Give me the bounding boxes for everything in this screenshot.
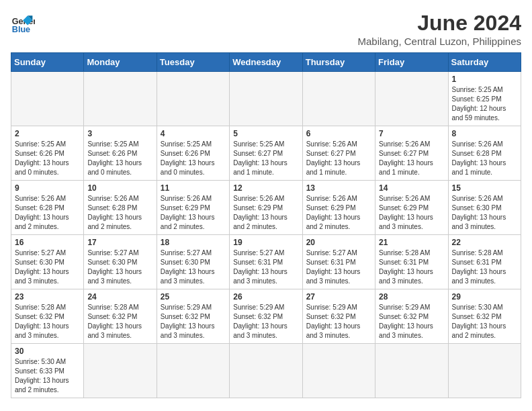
day-info: Sunrise: 5:27 AM Sunset: 6:30 PM Dayligh… (87, 248, 152, 286)
header-friday: Friday (375, 53, 448, 72)
day-info: Sunrise: 5:25 AM Sunset: 6:26 PM Dayligh… (15, 140, 80, 177)
calendar-cell: 29Sunrise: 5:30 AM Sunset: 6:32 PM Dayli… (448, 289, 521, 344)
calendar-cell (230, 344, 302, 398)
calendar-week-row: 2Sunrise: 5:25 AM Sunset: 6:26 PM Daylig… (11, 126, 521, 181)
day-number: 16 (15, 238, 80, 247)
day-number: 17 (87, 238, 152, 247)
header-wednesday: Wednesday (230, 53, 302, 72)
calendar-cell: 2Sunrise: 5:25 AM Sunset: 6:26 PM Daylig… (11, 126, 84, 181)
calendar-cell (84, 72, 157, 126)
day-number: 18 (161, 238, 226, 247)
day-number: 2 (15, 129, 80, 138)
day-number: 4 (161, 129, 226, 138)
day-number: 29 (452, 292, 517, 302)
day-number: 3 (87, 129, 152, 138)
calendar-cell: 8Sunrise: 5:26 AM Sunset: 6:28 PM Daylig… (448, 126, 521, 181)
day-number: 27 (306, 292, 371, 302)
calendar-cell: 3Sunrise: 5:25 AM Sunset: 6:26 PM Daylig… (84, 126, 157, 181)
calendar-week-row: 23Sunrise: 5:28 AM Sunset: 6:32 PM Dayli… (11, 289, 521, 344)
day-number: 7 (379, 129, 444, 138)
day-info: Sunrise: 5:29 AM Sunset: 6:32 PM Dayligh… (161, 303, 226, 340)
page-header: General Blue June 2024 Mabilang, Central… (11, 11, 521, 47)
header-tuesday: Tuesday (157, 53, 229, 72)
day-number: 30 (15, 347, 80, 356)
calendar-week-row: 30Sunrise: 5:30 AM Sunset: 6:33 PM Dayli… (11, 344, 521, 398)
calendar-cell: 16Sunrise: 5:27 AM Sunset: 6:30 PM Dayli… (11, 235, 84, 289)
header-sunday: Sunday (11, 53, 84, 72)
day-number: 26 (233, 292, 298, 302)
day-info: Sunrise: 5:28 AM Sunset: 6:31 PM Dayligh… (452, 248, 517, 286)
day-number: 19 (233, 238, 298, 247)
calendar-cell: 11Sunrise: 5:26 AM Sunset: 6:29 PM Dayli… (157, 181, 229, 235)
calendar-cell: 13Sunrise: 5:26 AM Sunset: 6:29 PM Dayli… (302, 181, 375, 235)
calendar-cell (375, 72, 448, 126)
day-number: 14 (379, 183, 444, 193)
calendar-cell: 18Sunrise: 5:27 AM Sunset: 6:30 PM Dayli… (157, 235, 229, 289)
svg-text:Blue: Blue (12, 25, 30, 34)
calendar-cell: 23Sunrise: 5:28 AM Sunset: 6:32 PM Dayli… (11, 289, 84, 344)
day-info: Sunrise: 5:29 AM Sunset: 6:32 PM Dayligh… (306, 303, 371, 340)
day-info: Sunrise: 5:26 AM Sunset: 6:30 PM Dayligh… (452, 194, 517, 232)
day-info: Sunrise: 5:29 AM Sunset: 6:32 PM Dayligh… (233, 303, 298, 340)
logo: General Blue (11, 11, 35, 35)
header-saturday: Saturday (448, 53, 521, 72)
day-info: Sunrise: 5:26 AM Sunset: 6:28 PM Dayligh… (452, 140, 517, 177)
day-info: Sunrise: 5:26 AM Sunset: 6:29 PM Dayligh… (379, 194, 444, 232)
calendar-cell: 17Sunrise: 5:27 AM Sunset: 6:30 PM Dayli… (84, 235, 157, 289)
calendar-cell: 24Sunrise: 5:28 AM Sunset: 6:32 PM Dayli… (84, 289, 157, 344)
day-number: 1 (452, 75, 517, 84)
calendar-cell (448, 344, 521, 398)
calendar-cell (302, 72, 375, 126)
day-info: Sunrise: 5:28 AM Sunset: 6:31 PM Dayligh… (379, 248, 444, 286)
day-info: Sunrise: 5:26 AM Sunset: 6:28 PM Dayligh… (87, 194, 152, 232)
calendar-cell (157, 72, 229, 126)
day-info: Sunrise: 5:25 AM Sunset: 6:27 PM Dayligh… (233, 140, 298, 177)
header-thursday: Thursday (302, 53, 375, 72)
calendar-cell: 12Sunrise: 5:26 AM Sunset: 6:29 PM Dayli… (230, 181, 302, 235)
day-info: Sunrise: 5:30 AM Sunset: 6:32 PM Dayligh… (452, 303, 517, 340)
calendar-cell: 5Sunrise: 5:25 AM Sunset: 6:27 PM Daylig… (230, 126, 302, 181)
calendar-cell: 7Sunrise: 5:26 AM Sunset: 6:27 PM Daylig… (375, 126, 448, 181)
logo-icon: General Blue (11, 11, 35, 35)
day-info: Sunrise: 5:26 AM Sunset: 6:28 PM Dayligh… (15, 194, 80, 232)
calendar-week-row: 1Sunrise: 5:25 AM Sunset: 6:25 PM Daylig… (11, 72, 521, 126)
calendar-cell: 6Sunrise: 5:26 AM Sunset: 6:27 PM Daylig… (302, 126, 375, 181)
day-info: Sunrise: 5:26 AM Sunset: 6:29 PM Dayligh… (306, 194, 371, 232)
calendar-cell (157, 344, 229, 398)
day-info: Sunrise: 5:25 AM Sunset: 6:25 PM Dayligh… (452, 85, 517, 123)
calendar-week-row: 9Sunrise: 5:26 AM Sunset: 6:28 PM Daylig… (11, 181, 521, 235)
calendar-cell: 4Sunrise: 5:25 AM Sunset: 6:26 PM Daylig… (157, 126, 229, 181)
day-number: 5 (233, 129, 298, 138)
day-info: Sunrise: 5:27 AM Sunset: 6:31 PM Dayligh… (306, 248, 371, 286)
calendar-cell (11, 72, 84, 126)
day-number: 10 (87, 183, 152, 193)
calendar-cell (375, 344, 448, 398)
day-number: 11 (161, 183, 226, 193)
day-number: 12 (233, 183, 298, 193)
day-number: 6 (306, 129, 371, 138)
calendar-cell: 14Sunrise: 5:26 AM Sunset: 6:29 PM Dayli… (375, 181, 448, 235)
day-number: 8 (452, 129, 517, 138)
calendar-header-row: SundayMondayTuesdayWednesdayThursdayFrid… (11, 53, 521, 72)
day-number: 13 (306, 183, 371, 193)
calendar-cell: 10Sunrise: 5:26 AM Sunset: 6:28 PM Dayli… (84, 181, 157, 235)
day-info: Sunrise: 5:27 AM Sunset: 6:31 PM Dayligh… (233, 248, 298, 286)
day-number: 25 (161, 292, 226, 302)
calendar-cell (302, 344, 375, 398)
calendar-table: SundayMondayTuesdayWednesdayThursdayFrid… (11, 52, 521, 398)
day-number: 24 (87, 292, 152, 302)
calendar-cell: 21Sunrise: 5:28 AM Sunset: 6:31 PM Dayli… (375, 235, 448, 289)
calendar-cell: 22Sunrise: 5:28 AM Sunset: 6:31 PM Dayli… (448, 235, 521, 289)
calendar-cell: 19Sunrise: 5:27 AM Sunset: 6:31 PM Dayli… (230, 235, 302, 289)
day-info: Sunrise: 5:27 AM Sunset: 6:30 PM Dayligh… (15, 248, 80, 286)
calendar-cell: 27Sunrise: 5:29 AM Sunset: 6:32 PM Dayli… (302, 289, 375, 344)
day-info: Sunrise: 5:26 AM Sunset: 6:27 PM Dayligh… (379, 140, 444, 177)
day-info: Sunrise: 5:27 AM Sunset: 6:30 PM Dayligh… (161, 248, 226, 286)
day-number: 28 (379, 292, 444, 302)
day-info: Sunrise: 5:28 AM Sunset: 6:32 PM Dayligh… (87, 303, 152, 340)
calendar-cell (230, 72, 302, 126)
location-subtitle: Mabilang, Central Luzon, Philippines (358, 36, 521, 47)
header-monday: Monday (84, 53, 157, 72)
day-info: Sunrise: 5:26 AM Sunset: 6:29 PM Dayligh… (161, 194, 226, 232)
day-info: Sunrise: 5:28 AM Sunset: 6:32 PM Dayligh… (15, 303, 80, 340)
